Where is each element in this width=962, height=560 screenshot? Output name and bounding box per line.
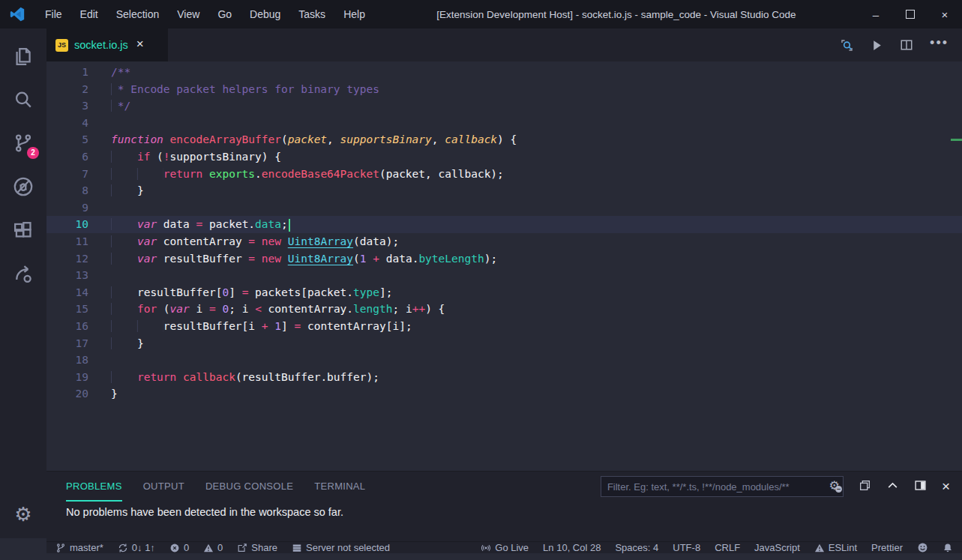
token: } [137,184,144,196]
status-share[interactable]: Share [237,542,277,553]
code-line-11[interactable]: 11 var contentArray = new Uint8Array(dat… [46,233,962,250]
line-number[interactable]: 16 [46,318,88,335]
filter-input[interactable] [601,476,844,497]
tab-socket-io-js[interactable]: JS socket.io.js × [46,28,168,61]
line-number[interactable]: 18 [46,352,88,369]
code-line-16[interactable]: 16 resultBuffer[i + 1] = contentArray[i]… [46,318,962,335]
code-line-3[interactable]: 3 */ [46,97,962,115]
toggle-panel-layout-icon[interactable] [914,479,927,495]
code-line-19[interactable]: 19 return callback(resultBuffer.buffer); [46,369,962,386]
line-number[interactable]: 2 [46,81,88,98]
code-line-12[interactable]: 12 var resultBuffer = new Uint8Array(1 +… [46,250,962,268]
panel-tab-problems[interactable]: PROBLEMS [66,472,122,502]
token: ) { [497,133,517,145]
code-line-2[interactable]: 2 * Encode packet helpers for binary typ… [46,81,962,98]
line-number[interactable]: 5 [46,131,88,148]
status-javascript[interactable]: JavaScript [754,542,800,553]
line-number[interactable]: 12 [46,250,88,268]
source-control-icon[interactable]: 2 [0,121,46,165]
explorer-icon[interactable] [0,34,46,78]
code-line-15[interactable]: 15 for (var i = 0; i < contentArray.leng… [46,301,962,318]
search-editor-icon[interactable] [840,38,854,52]
split-editor-icon[interactable] [900,38,913,52]
settings-gear-icon[interactable]: ⚙ [0,495,46,534]
panel-tab-terminal[interactable]: TERMINAL [314,472,365,502]
collapse-all-icon[interactable] [859,479,871,495]
extensions-icon[interactable] [0,208,46,252]
maximize-panel-icon[interactable] [886,479,899,495]
status-crlf[interactable]: CRLF [715,542,740,553]
close-panel-icon[interactable]: × [942,478,950,495]
token: ( [157,303,169,315]
line-number[interactable]: 3 [46,97,88,115]
token: supportsBinary) { [170,151,281,163]
menu-debug[interactable]: Debug [241,0,289,28]
status-go-live[interactable]: Go Live [481,542,529,553]
line-number[interactable]: 20 [46,385,88,403]
line-number[interactable]: 1 [46,64,88,81]
live-share-icon[interactable] [0,252,46,295]
tab-close-icon[interactable]: × [134,37,151,53]
menu-tasks[interactable]: Tasks [289,0,334,28]
status-bell[interactable] [943,543,953,553]
line-number[interactable]: 7 [46,166,88,183]
indent-guide [111,303,137,315]
menu-edit[interactable]: Edit [71,0,107,28]
status-utf-8[interactable]: UTF-8 [673,542,700,553]
code-line-8[interactable]: 8 } [46,182,962,199]
code-line-9[interactable]: 9 [46,199,962,217]
debug-icon[interactable] [0,165,46,208]
menu-selection[interactable]: Selection [107,0,169,28]
status-smiley[interactable] [917,542,928,553]
maximize-button[interactable] [893,0,928,28]
menu-help[interactable]: Help [334,0,374,28]
more-actions-icon[interactable]: ••• [930,35,949,55]
token: byteLength [418,253,484,265]
line-number[interactable]: 10 [46,216,88,233]
menu-go[interactable]: Go [208,0,241,28]
code-line-1[interactable]: 1/** [46,64,962,81]
line-number[interactable]: 9 [46,199,88,217]
token: return [163,168,202,180]
menu-file[interactable]: File [36,0,71,28]
status-0[interactable]: 0 [169,542,189,553]
line-number[interactable]: 15 [46,301,88,318]
code-text: */ [88,97,130,115]
close-button[interactable]: × [928,0,962,28]
status-server-not-selected[interactable]: Server not selected [292,542,390,553]
line-number[interactable]: 6 [46,148,88,166]
code-line-7[interactable]: 7 return exports.encodeBase64Packet(pack… [46,166,962,183]
panel-tab-output[interactable]: OUTPUT [143,472,184,502]
status-0-1[interactable]: 0↓ 1↑ [118,542,155,553]
line-number[interactable]: 19 [46,369,88,386]
status-master[interactable]: master* [55,542,103,553]
status-ln-10-col-28[interactable]: Ln 10, Col 28 [543,542,601,553]
line-number[interactable]: 11 [46,233,88,250]
line-number[interactable]: 8 [46,182,88,199]
status-0[interactable]: 0 [203,542,223,553]
line-number[interactable]: 17 [46,335,88,352]
code-line-4[interactable]: 4 [46,115,962,132]
run-icon[interactable] [871,39,883,52]
code-line-18[interactable]: 18 [46,352,962,369]
code-line-5[interactable]: 5function encodeArrayBuffer(packet, supp… [46,131,962,148]
panel-tab-debug-console[interactable]: DEBUG CONSOLE [205,472,293,502]
filter-gear-icon[interactable]: ⚙– [829,478,840,493]
status-spaces-4[interactable]: Spaces: 4 [615,542,658,553]
code-line-10[interactable]: 10 var data = packet.data; [46,216,962,233]
code-line-6[interactable]: 6 if (!supportsBinary) { [46,148,962,166]
code-line-14[interactable]: 14 resultBuffer[0] = packets[packet.type… [46,284,962,301]
code-line-17[interactable]: 17 } [46,335,962,352]
line-number[interactable]: 13 [46,267,88,284]
line-number[interactable]: 14 [46,284,88,301]
status-prettier[interactable]: Prettier [871,542,903,553]
code-line-20[interactable]: 20} [46,385,962,403]
search-icon[interactable] [0,78,46,121]
status-eslint[interactable]: ESLint [814,542,857,553]
menu-view[interactable]: View [168,0,208,28]
minimize-button[interactable]: – [859,0,893,28]
token: ]; [379,286,392,298]
line-number[interactable]: 4 [46,115,88,132]
code-line-13[interactable]: 13 [46,267,962,284]
code-editor[interactable]: 1/**2 * Encode packet helpers for binary… [46,61,962,471]
